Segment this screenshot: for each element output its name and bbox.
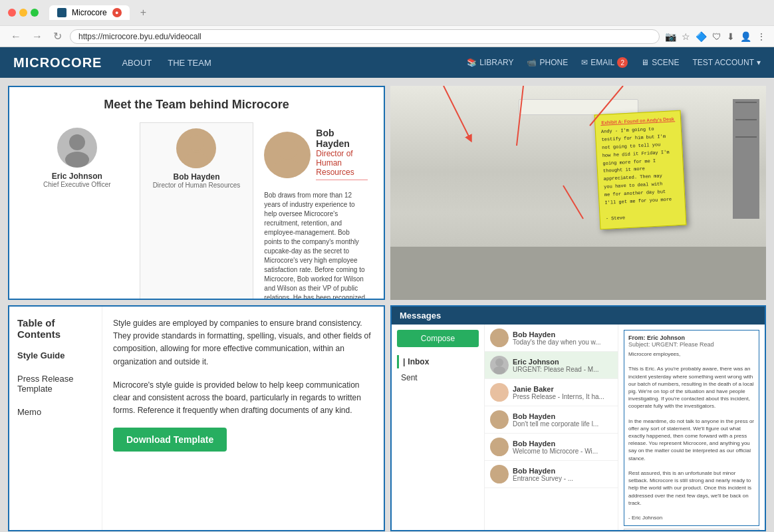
message-row[interactable]: Bob Hayden Entrance Survey - ... <box>485 461 618 488</box>
avatar-msg-bob1 <box>490 329 509 347</box>
sidebar-item-memo[interactable]: Memo <box>17 407 94 417</box>
back-button[interactable]: ← <box>8 29 24 44</box>
chevron-down-icon: ▾ <box>757 58 761 67</box>
avatar-bob-large <box>264 132 311 178</box>
avatar-msg-janie <box>490 383 509 402</box>
msg-info-bob3: Bob Hayden Welcome to Microcore - Wi... <box>513 440 612 455</box>
svg-point-14 <box>495 331 503 339</box>
message-row[interactable]: Bob Hayden Today's the day when you w... <box>485 325 618 352</box>
download-template-button[interactable]: Download Template <box>113 428 227 452</box>
browser-chrome: Microcore ● + ← → ↻ https://microcore.by… <box>0 0 774 47</box>
nav-phone[interactable]: 📹 PHONE <box>527 58 568 67</box>
message-preview: From: Eric Johnson Subject: URGENT: Plea… <box>618 325 765 530</box>
folder-inbox[interactable]: | Inbox <box>397 355 479 368</box>
nav-email[interactable]: ✉ EMAIL 2 <box>581 57 628 68</box>
inbox-indicator: | <box>403 357 405 366</box>
bookmark-icon[interactable]: ☆ <box>682 31 690 42</box>
compose-button[interactable]: Compose <box>397 330 479 347</box>
member-role-bob: Director of Human Resources <box>146 182 248 189</box>
messages-header: Messages <box>392 307 765 325</box>
svg-point-5 <box>273 160 302 178</box>
forward-button[interactable]: → <box>29 29 45 44</box>
tab-close-icon[interactable]: ● <box>112 8 122 17</box>
site-logo[interactable]: MICROCORE <box>13 55 102 70</box>
svg-point-18 <box>495 386 503 394</box>
sidebar-toc-title: Table of Contents <box>17 317 94 340</box>
browser-titlebar: Microcore ● + <box>0 0 774 25</box>
nav-about[interactable]: ABOUT <box>122 58 152 68</box>
refresh-button[interactable]: ↻ <box>51 29 64 44</box>
note-text: Andy - I'm going totestify for him but I… <box>600 124 680 223</box>
svg-point-20 <box>495 413 503 421</box>
svg-point-0 <box>69 134 85 150</box>
detail-role: Director of Human Resources <box>316 149 368 180</box>
messages-body: Compose | Inbox Sent Bob Hayden T <box>392 325 765 530</box>
nav-scene[interactable]: 🖥 SCENE <box>641 58 679 67</box>
avatar-msg-bob3 <box>490 438 509 456</box>
avatar-msg-bob2 <box>490 410 509 429</box>
sidebar-item-press-release[interactable]: Press Release Template <box>17 374 94 394</box>
svg-point-24 <box>495 467 503 475</box>
tab-favicon <box>57 8 66 17</box>
new-tab-button[interactable]: + <box>135 7 152 19</box>
camera-icon[interactable]: 📷 <box>665 31 676 42</box>
message-row[interactable]: Bob Hayden Welcome to Microcore - Wi... <box>485 434 618 461</box>
url-bar[interactable]: https://microcore.byu.edu/videocall <box>70 29 660 44</box>
docs-panel: Table of Contents Style Guide Press Rele… <box>8 305 385 531</box>
folder-sent[interactable]: Sent <box>397 371 479 384</box>
preview-subject: Subject: URGENT: Please Read <box>628 341 755 348</box>
sticky-note[interactable]: Exhibit A: Found on Andy's Desk Andy - I… <box>594 110 686 229</box>
kitchen-background: Exhibit A: Found on Andy's Desk Andy - I… <box>390 86 766 300</box>
svg-point-22 <box>495 440 503 448</box>
account-menu[interactable]: TEST ACCOUNT ▾ <box>693 58 761 67</box>
email-icon: ✉ <box>581 58 588 67</box>
svg-point-4 <box>277 138 298 160</box>
svg-point-25 <box>493 475 505 483</box>
scene-icon: 🖥 <box>641 58 649 67</box>
docs-sidebar: Table of Contents Style Guide Press Rele… <box>9 307 102 530</box>
nav-the-team[interactable]: THE TEAM <box>168 58 211 68</box>
svg-point-16 <box>495 358 503 366</box>
member-role-eric: Chief Executive Officer <box>25 181 129 188</box>
message-row[interactable]: Bob Hayden Don't tell me corporate life … <box>485 406 618 434</box>
preview-body: Microcore employees, This is Eric. As yo… <box>628 350 755 521</box>
team-member-bob[interactable]: Bob Hayden Director of Human Resources <box>140 122 254 300</box>
settings-icon[interactable]: ⋮ <box>757 31 766 42</box>
sidebar-item-style-guide[interactable]: Style Guide <box>17 350 94 360</box>
counter <box>390 247 766 300</box>
team-grid: Eric Johnson Chief Executive Officer Bob… <box>20 122 373 300</box>
nav-library[interactable]: 📚 LIBRARY <box>467 58 513 67</box>
shelves <box>733 99 759 219</box>
message-row[interactable]: Janie Baker Press Release - Interns, It … <box>485 379 618 406</box>
docs-para1: Style guides are employed by companies t… <box>113 317 373 368</box>
svg-point-17 <box>493 366 505 374</box>
team-member-eric[interactable]: Eric Johnson Chief Executive Officer <box>20 122 134 300</box>
shield-icon[interactable]: 🛡 <box>712 31 721 42</box>
maximize-dot[interactable] <box>31 9 39 17</box>
svg-point-2 <box>188 135 204 151</box>
nav-right: 📚 LIBRARY 📹 PHONE ✉ EMAIL 2 🖥 SCENE TEST… <box>467 57 761 68</box>
svg-point-1 <box>65 152 89 168</box>
svg-line-10 <box>444 86 470 139</box>
scene-panel: Exhibit A: Found on Andy's Desk Andy - I… <box>390 86 766 300</box>
msg-info-bob1: Bob Hayden Today's the day when you w... <box>513 331 612 346</box>
svg-line-11 <box>517 86 523 146</box>
main-nav: MICROCORE ABOUT THE TEAM 📚 LIBRARY 📹 PHO… <box>0 47 774 78</box>
user-icon[interactable]: 👤 <box>740 31 751 42</box>
browser-dots <box>8 9 39 17</box>
minimize-dot[interactable] <box>19 9 27 17</box>
message-row[interactable]: Eric Johnson URGENT: Please Read - M... <box>485 352 618 379</box>
close-dot[interactable] <box>8 9 16 17</box>
avatar-eric <box>57 128 97 168</box>
preview-from: From: Eric Johnson <box>628 334 755 341</box>
browser-tab[interactable]: Microcore ● <box>49 5 130 20</box>
download-icon[interactable]: ⬇ <box>727 31 735 42</box>
extension-icon[interactable]: 🔷 <box>696 31 707 42</box>
avatar-msg-bob4 <box>490 465 509 483</box>
msg-info-bob4: Bob Hayden Entrance Survey - ... <box>513 467 612 482</box>
detail-name: Bob Hayden <box>316 128 368 149</box>
tab-title: Microcore <box>72 8 107 17</box>
messages-list: Bob Hayden Today's the day when you w...… <box>485 325 618 530</box>
team-member-detail: Bob Hayden Director of Human Resources B… <box>259 122 373 300</box>
member-name-bob: Bob Hayden <box>146 172 248 182</box>
